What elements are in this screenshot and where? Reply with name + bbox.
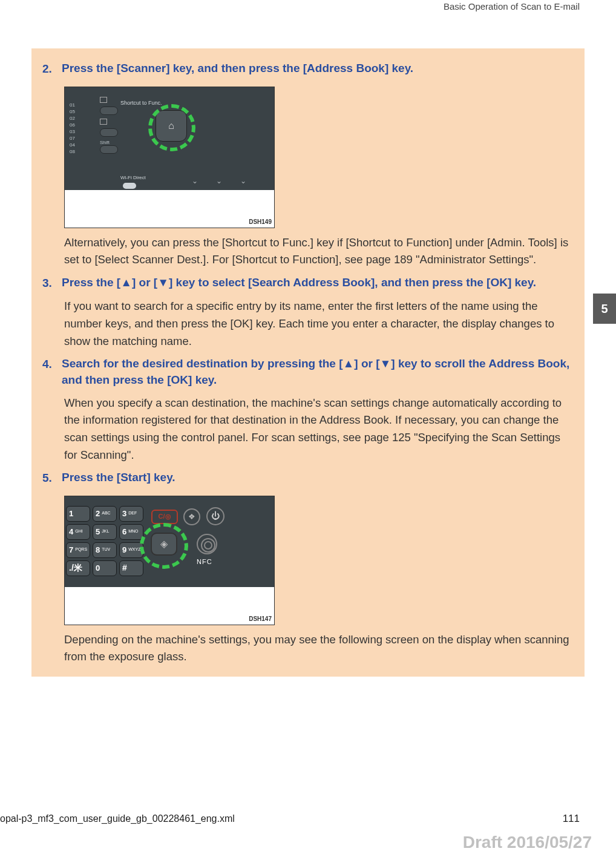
key-7[interactable]: 7PQRS — [66, 542, 90, 558]
step-4-body: When you specify a scan destination, the… — [64, 395, 574, 464]
figure-start-key: 1 2ABC 3DEF 4GHI 5JKL 6MNO 7PQRS 8TUV 9W… — [64, 496, 275, 625]
key-hash[interactable]: # — [119, 560, 143, 576]
nfc-icon — [197, 534, 217, 554]
chapter-tab: 5 — [593, 294, 616, 324]
key-star[interactable]: ./米 — [66, 560, 90, 576]
wifi-direct-button[interactable] — [123, 183, 136, 189]
copy-mode-icon — [100, 97, 107, 103]
step-5: 5. Press the [Start] key. 1 2ABC 3DEF 4G… — [42, 470, 574, 666]
down-arrow-icon[interactable]: ⌄ — [240, 176, 246, 186]
key-4[interactable]: 4GHI — [66, 524, 90, 540]
quickdial-04: 04 — [70, 143, 75, 148]
step-3: 3. Press the [▲] or [▼] key to select [S… — [42, 275, 574, 350]
power-button[interactable]: ⏻ — [206, 507, 224, 525]
key-5[interactable]: 5JKL — [93, 524, 117, 540]
copy-button[interactable]: ❖ — [183, 508, 200, 525]
highlight-ring-icon — [140, 523, 188, 569]
step-2: 2. Press the [Scanner] key, and then pre… — [42, 61, 574, 269]
step-5-title: Press the [Start] key. — [62, 470, 175, 486]
step-4: 4. Search for the desired destination by… — [42, 356, 574, 464]
quickdial-08: 08 — [70, 149, 75, 154]
step-2-body: Alternatively, you can press the [Shortc… — [64, 234, 574, 269]
key-2[interactable]: 2ABC — [93, 506, 117, 522]
key-1[interactable]: 1 — [66, 506, 90, 522]
figure-scanner-panel: 01 05 02 06 03 07 04 08 Shift — [64, 87, 275, 228]
key-6[interactable]: 6MNO — [119, 524, 143, 540]
quickdial-07: 07 — [70, 136, 75, 141]
mode-button-2[interactable] — [100, 128, 118, 137]
step-2-title: Press the [Scanner] key, and then press … — [62, 61, 413, 77]
key-0[interactable]: 0 — [93, 560, 117, 576]
figure-2-id: DSH147 — [249, 614, 272, 623]
shift-button[interactable] — [100, 145, 118, 154]
shortcut-label: Shortcut to Func. — [120, 99, 162, 108]
mode-button-1[interactable] — [100, 107, 118, 115]
step-3-title: Press the [▲] or [▼] key to select [Sear… — [62, 275, 536, 291]
quickdial-02: 02 — [70, 116, 75, 121]
quickdial-06: 06 — [70, 123, 75, 128]
quickdial-03: 03 — [70, 130, 75, 134]
scan-mode-icon — [100, 119, 107, 125]
key-8[interactable]: 8TUV — [93, 542, 117, 558]
key-3[interactable]: 3DEF — [119, 506, 143, 522]
step-3-body: If you want to search for a specific ent… — [64, 298, 574, 350]
step-5-number: 5. — [42, 470, 56, 487]
draft-watermark: Draft 2016/05/27 — [463, 830, 592, 855]
down-arrow-icon[interactable]: ⌄ — [192, 176, 198, 186]
page-header-title: Basic Operation of Scan to E-mail — [444, 0, 580, 14]
step-3-number: 3. — [42, 275, 56, 292]
quickdial-01: 01 — [70, 103, 75, 108]
step-4-number: 4. — [42, 356, 56, 373]
footer-filename: opal-p3_mf3_com_user_guide_gb_00228461_e… — [0, 812, 235, 826]
down-arrow-icon[interactable]: ⌄ — [216, 176, 222, 186]
step-4-title: Search for the desired destination by pr… — [62, 356, 574, 388]
shift-label: Shift — [100, 140, 154, 145]
instruction-panel: 2. Press the [Scanner] key, and then pre… — [31, 48, 585, 677]
wifi-direct-label: Wi-Fi Direct — [120, 174, 146, 182]
nfc-label: NFC — [197, 557, 212, 567]
numeric-keypad: 1 2ABC 3DEF 4GHI 5JKL 6MNO 7PQRS 8TUV 9W… — [66, 506, 143, 576]
figure-1-id: DSH149 — [249, 217, 272, 226]
footer-page-number: 111 — [563, 811, 580, 827]
step-2-number: 2. — [42, 61, 56, 78]
highlight-ring-icon — [148, 104, 195, 151]
clear-stop-button[interactable]: C/◎ — [151, 510, 178, 524]
step-5-body: Depending on the machine's settings, you… — [64, 631, 574, 666]
quickdial-05: 05 — [70, 110, 75, 114]
